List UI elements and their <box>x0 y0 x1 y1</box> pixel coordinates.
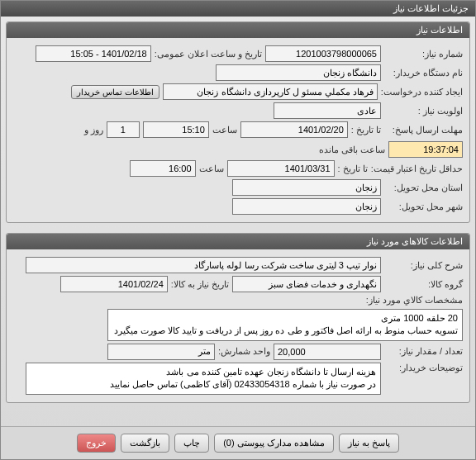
to-date-label-1: تا تاریخ : <box>351 125 381 135</box>
deadline-label: مهلت ارسال پاسخ: <box>384 125 463 135</box>
need-info-section: اطلاعات نیاز شماره نیاز: تاریخ و ساعت اع… <box>6 21 470 223</box>
reply-button[interactable]: پاسخ به نیاز <box>339 434 399 453</box>
buyer-note-label: توضیحات خریدار: <box>384 363 463 373</box>
buyer-note-field <box>26 363 381 395</box>
attachments-button[interactable]: مشاهده مدارک پیوستی (0) <box>214 434 334 453</box>
desc-field <box>26 257 381 273</box>
qty-field <box>274 344 381 360</box>
group-field <box>232 276 381 292</box>
spec-label: مشخصات کالاي مورد نیاز: <box>366 295 463 306</box>
unit-field <box>107 344 215 360</box>
need-no-label: شماره نیاز: <box>384 49 463 59</box>
need-info-header: اطلاعات نیاز <box>7 22 469 38</box>
unit-label: واحد شمارش: <box>218 346 270 357</box>
need-date-label: تاریخ نیاز به کالا: <box>171 279 229 290</box>
priority-field <box>274 102 381 119</box>
requester-label: ایجاد کننده درخواست: <box>381 87 463 97</box>
group-label: گروه کالا: <box>384 279 463 290</box>
back-button[interactable]: بازگشت <box>121 434 169 453</box>
print-button[interactable]: چاپ <box>174 434 209 453</box>
footer: پاسخ به نیاز مشاهده مدارک پیوستی (0) چاپ… <box>1 426 475 459</box>
buyer-org-label: نام دستگاه خریدار: <box>384 68 463 78</box>
need-date-field <box>60 276 168 292</box>
qty-label: تعداد / مقدار نیاز: <box>384 346 463 357</box>
contact-button[interactable]: اطلاعات تماس خریدار <box>71 85 159 99</box>
announce-dt-label: تاریخ و ساعت اعلان عمومی: <box>155 49 262 59</box>
exit-button[interactable]: خروج <box>77 434 116 453</box>
time-label-2: ساعت <box>199 164 224 174</box>
days-label: روز و <box>84 125 103 135</box>
days-field <box>107 121 140 138</box>
spec-field <box>107 309 463 341</box>
countdown-field <box>388 141 463 158</box>
goods-info-header: اطلاعات کالاهای مورد نیاز <box>7 234 469 249</box>
city-field <box>232 198 381 215</box>
announce-dt-field <box>36 45 151 62</box>
to-time-field <box>143 121 209 138</box>
validity-label: حداقل تاریخ اعتبار قیمت: <box>371 164 463 174</box>
priority-label: اولویت نیاز : <box>384 106 463 116</box>
requester-field <box>163 83 378 100</box>
need-no-field <box>265 45 381 62</box>
city-label: شهر محل تحویل: <box>384 202 463 212</box>
validity-time-field <box>130 160 196 177</box>
time-label-1: ساعت <box>212 125 237 135</box>
buyer-org-field <box>216 64 381 81</box>
window-title: جزئیات اطلاعات نیاز <box>1 1 475 17</box>
desc-label: شرح کلی نیاز: <box>384 260 463 271</box>
remain-label: ساعت باقی مانده <box>319 145 385 155</box>
window: جزئیات اطلاعات نیاز اطلاعات نیاز شماره ن… <box>0 0 476 460</box>
validity-date-field <box>227 160 335 177</box>
to-date-label-2: تا تاریخ : <box>338 164 368 174</box>
province-label: استان محل تحویل: <box>384 183 463 193</box>
goods-info-section: اطلاعات کالاهای مورد نیاز شرح کلی نیاز: … <box>6 233 470 403</box>
province-field <box>232 179 381 196</box>
to-date-field <box>240 121 348 138</box>
